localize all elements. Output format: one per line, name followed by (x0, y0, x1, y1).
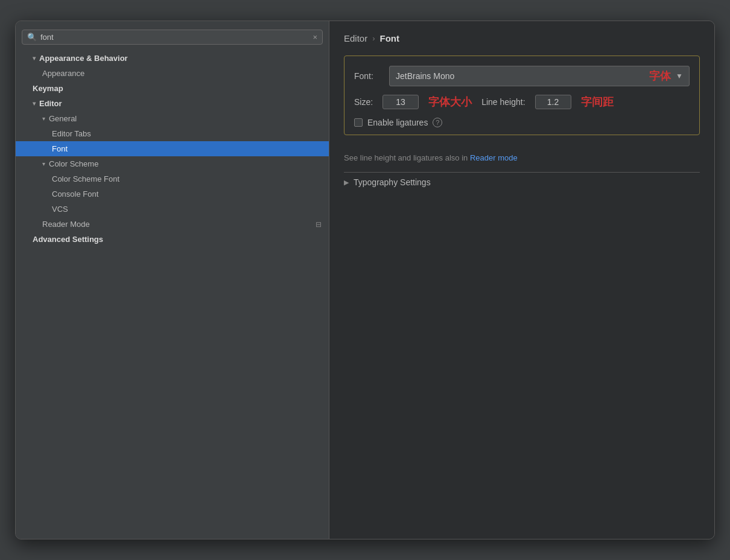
size-label: Size: (354, 97, 373, 107)
sidebar-item-general[interactable]: ▾ General (16, 111, 329, 126)
reader-mode-link[interactable]: Reader mode (470, 153, 518, 162)
sidebar-item-console-font[interactable]: Console Font (16, 186, 329, 202)
sidebar-item-appearance-behavior[interactable]: ▾ Appearance & Behavior (16, 51, 329, 66)
sidebar-item-reader-mode[interactable]: Reader Mode ⊟ (16, 217, 329, 232)
sidebar-item-label: Color Scheme (49, 159, 98, 168)
typography-header[interactable]: ▶ Typography Settings (344, 172, 700, 192)
sidebar-item-label: Editor (39, 99, 62, 108)
sidebar-item-appearance[interactable]: Appearance (16, 66, 329, 81)
ligatures-row: Enable ligatures ? (354, 118, 690, 127)
line-height-input[interactable] (535, 95, 571, 109)
size-row: Size: 字体大小 Line height: 字间距 (354, 95, 690, 109)
chevron-icon: ▾ (33, 55, 36, 62)
search-icon: 🔍 (27, 33, 37, 42)
sidebar-item-editor-tabs[interactable]: Editor Tabs (16, 126, 329, 141)
reader-mode-icon: ⊟ (316, 220, 322, 229)
font-settings-section: Font: JetBrains Mono 字体 ▼ Size: 字体大小 Lin… (344, 56, 700, 135)
sidebar-item-keymap[interactable]: Keymap (16, 81, 329, 96)
sidebar-item-label: Color Scheme Font (52, 174, 119, 183)
sidebar-item-label: Font (52, 144, 68, 153)
sidebar-item-color-scheme-font[interactable]: Color Scheme Font (16, 171, 329, 186)
enable-ligatures-label: Enable ligatures (367, 118, 428, 127)
sidebar-item-label: Reader Mode (42, 220, 90, 229)
sidebar-item-advanced-settings[interactable]: Advanced Settings (16, 232, 329, 247)
font-family-row: Font: JetBrains Mono 字体 ▼ (354, 66, 690, 86)
breadcrumb: Editor › Font (344, 33, 700, 43)
search-clear-button[interactable]: × (313, 33, 317, 42)
line-height-label: Line height: (481, 97, 525, 107)
font-family-value: JetBrains Mono (396, 71, 644, 81)
sidebar-item-label: Keymap (33, 84, 63, 93)
sidebar-item-vcs[interactable]: VCS (16, 202, 329, 217)
font-family-dropdown[interactable]: JetBrains Mono 字体 ▼ (389, 66, 690, 86)
size-annotation: 字体大小 (428, 95, 472, 109)
search-bar[interactable]: 🔍 × (22, 30, 323, 45)
chevron-icon: ▾ (42, 161, 45, 167)
size-input[interactable] (382, 95, 419, 109)
chevron-icon: ▾ (33, 100, 36, 107)
reader-mode-hint-text: See line height and ligatures also in (344, 153, 468, 162)
breadcrumb-separator: › (372, 34, 375, 43)
line-height-annotation: 字间距 (581, 95, 614, 109)
sidebar-item-color-scheme[interactable]: ▾ Color Scheme (16, 156, 329, 171)
ligatures-help-icon[interactable]: ? (433, 118, 442, 127)
sidebar-item-editor[interactable]: ▾ Editor (16, 96, 329, 111)
breadcrumb-parent: Editor (344, 33, 367, 43)
typography-title: Typography Settings (354, 177, 431, 187)
sidebar-item-label: Console Font (52, 189, 98, 199)
font-annotation: 字体 (649, 69, 671, 83)
enable-ligatures-checkbox[interactable] (354, 118, 363, 127)
sidebar-item-label: VCS (52, 205, 68, 214)
sidebar-item-label: Editor Tabs (52, 129, 91, 138)
reader-mode-hint: See line height and ligatures also in Re… (344, 153, 700, 162)
chevron-icon: ▾ (42, 115, 45, 122)
search-input[interactable] (40, 33, 309, 42)
typography-chevron-icon: ▶ (344, 179, 349, 186)
breadcrumb-current: Font (380, 33, 399, 43)
sidebar: 🔍 × ▾ Appearance & Behavior Appearance K… (16, 21, 329, 539)
nav-section: ▾ Appearance & Behavior Appearance Keyma… (16, 51, 329, 247)
content-panel: Editor › Font Font: JetBrains Mono 字体 ▼ (329, 21, 714, 539)
dropdown-arrow-icon: ▼ (676, 72, 683, 80)
font-family-label: Font: (354, 71, 382, 81)
sidebar-item-font[interactable]: Font (16, 141, 329, 156)
sidebar-item-label: General (49, 114, 77, 123)
sidebar-item-label: Advanced Settings (33, 235, 103, 244)
sidebar-item-label: Appearance (42, 69, 84, 78)
sidebar-item-label: Appearance & Behavior (39, 54, 128, 63)
typography-section: ▶ Typography Settings (344, 172, 700, 192)
